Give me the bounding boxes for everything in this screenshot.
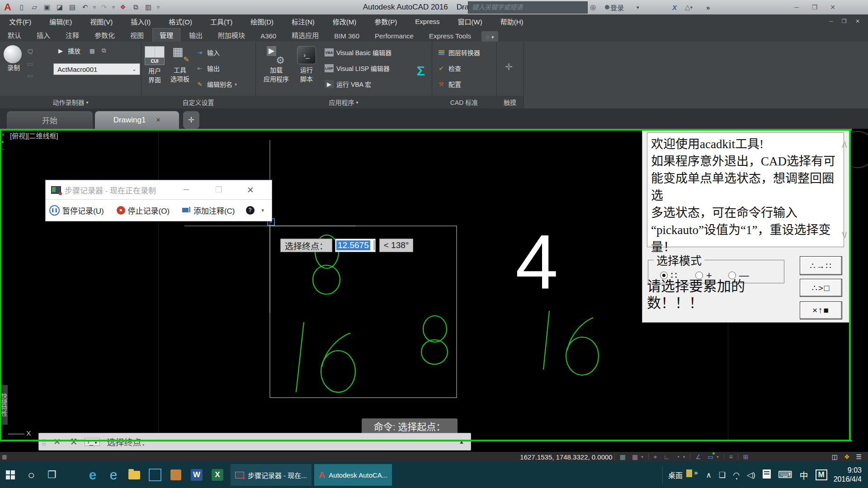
qat-overflow-icon[interactable]: » [706,0,710,14]
customization-menu-icon[interactable]: ☰ [856,453,862,460]
macro-name-select[interactable]: ActMacro001 ⌄ [53,63,140,75]
object-snap-angle-icon[interactable]: ∠ [695,453,701,460]
cmdbar-grip[interactable]: ⣿ [42,438,46,446]
ribbon-tab-featured[interactable]: 精选应用 [285,28,326,42]
record-circle-icon[interactable] [4,45,22,63]
ribbon-tab-express[interactable]: Express Tools [422,30,478,42]
ribbon-tab-manage[interactable]: 管理 [152,28,180,42]
polar-tracking-icon[interactable]: ◔ [676,453,679,460]
qat-open-icon[interactable]: ▱ [28,2,40,13]
menu-window[interactable]: 窗口(W) [449,14,491,28]
qat-more-icon[interactable]: ▾ [155,2,161,13]
panel-applications[interactable]: 应用程序 ▾ [255,96,432,108]
app-icon-orange[interactable] [165,465,186,485]
vb-editor-button[interactable]: VBA Visual Basic 编辑器 [325,48,392,57]
ie-icon[interactable]: e [103,465,124,485]
pause-record-button[interactable]: 暂停记录(U) [62,205,104,216]
qat-saveas-icon[interactable]: ◪ [54,2,66,13]
layer-translator-button[interactable]: 图层转换器 [437,48,480,57]
insert-user-icon[interactable]: ▭ [27,58,33,70]
doc-minimize-icon[interactable]: ─ [829,18,833,24]
stop-record-button[interactable]: 停止记录(O) [128,205,170,216]
menu-edit[interactable]: 编辑(E) [40,14,81,28]
desktop-toolbar[interactable]: 桌面 [668,469,683,480]
toolbar-expand-icon[interactable]: » [694,469,698,476]
add-comment-button[interactable]: 添加注释(C) [193,205,235,216]
ribbon-tab-addins[interactable]: 附加模块 [211,28,252,42]
task-view-button[interactable]: ❐ [42,465,62,485]
command-line-bar[interactable]: ⣿ ✕ ⚒ ›_ ▾ 选择终点： ▲ [38,433,471,450]
snap-mode-icon[interactable]: ▦ [620,453,626,460]
grid-dropdown-icon[interactable]: ▾ [641,455,643,459]
hidden-icons-button[interactable]: ∧ [706,470,711,480]
cmdbar-prompt-icon[interactable]: ›_ ▾ [85,438,99,446]
sum-collect-button[interactable]: ∴→∷ [800,256,842,275]
panel-action-recorder[interactable]: 动作录制器 ▾ [0,96,141,108]
ribbon-tab-annotate[interactable]: 注释 [59,28,86,42]
check-standards-button[interactable]: ✔ 检查 [437,64,461,73]
macro-manage-icon[interactable]: ▩ [88,47,97,55]
configure-standards-button[interactable]: ⚒ 配置 [437,80,461,89]
record-button[interactable]: 录制 [4,45,24,72]
recorder-title-bar[interactable]: 步骤记录器 - 现在正在录制 ─ ❐ ✕ [46,180,272,200]
menu-help[interactable]: 帮助(H) [491,14,533,28]
qat-undo-icon[interactable]: ↶ [79,2,91,13]
import-customization-button[interactable]: ⇥ 输入 [195,48,220,57]
minimize-button[interactable]: ─ [788,4,806,11]
qat-print-icon[interactable]: ▤ [66,2,78,13]
load-application-button[interactable]: ▶ ⚙ 加载应用程序 [261,46,291,84]
taskbar-autocad-button[interactable]: A Autodesk AutoCA... [314,464,392,486]
panel-touch[interactable]: 触摸 [496,96,524,108]
quick-calc-icon[interactable]: ⊞ [743,453,749,460]
ribbon-tab-performance[interactable]: Performance [368,30,420,42]
polar-dropdown-icon[interactable]: ▾ [683,455,685,459]
insert-message-icon[interactable]: 🗨 [27,46,33,58]
restore-button[interactable]: ❐ [806,4,824,11]
ribbon-tab-parametric[interactable]: 参数化 [88,28,122,42]
exchange-icon[interactable]: X [672,0,677,14]
ribbon-tab-view[interactable]: 视图 [123,28,151,42]
qat-save-icon[interactable]: ▣ [41,2,53,13]
signin-dropdown-icon[interactable]: ▾ [637,5,639,10]
touch-pan-icon[interactable]: ✛ [505,61,513,72]
qat-new-icon[interactable]: ▯ [16,2,28,13]
qat-workspace-icon[interactable]: ❖ [117,2,129,13]
dynamic-input-icon[interactable]: ▭ [708,453,713,460]
taskbar-steps-recorder-button[interactable]: 步骤记录器 - 现在... [231,464,311,486]
dyn-input-value-field[interactable]: 12.5675 [335,239,376,252]
signin-person-icon[interactable]: 登录 ▾ [605,0,639,14]
file-explorer-icon[interactable] [124,465,145,485]
new-drawing-tab-button[interactable]: ✛ [183,111,199,129]
scroll-up-icon[interactable]: ∧ [840,138,849,150]
help-search-input[interactable]: 键入关键字或短语 [468,1,588,14]
menu-dimension[interactable]: 标注(N) [283,14,324,28]
snap-to-point-icon[interactable]: ⌖ [654,453,657,461]
scroll-down-icon[interactable]: ∨ [840,228,849,241]
search-expand-icon[interactable]: ▸ [461,4,464,10]
qat-redo-icon[interactable]: ↷ [98,2,110,13]
steps-recorder-window[interactable]: 步骤记录器 - 现在正在录制 ─ ❐ ✕ ❚❚ 暂停记录(U) ■ 停止记录(O… [45,180,272,221]
volume-icon[interactable]: ◁) [747,470,755,480]
sum-message-area[interactable]: 欢迎使用acadkit工具! 如果程序意外退出，CAD选择有可 能变成单点单选状… [647,132,844,247]
autocad-logo-icon[interactable]: A [0,1,15,14]
undo-dropdown-icon[interactable]: ▾ [92,2,97,13]
menu-parametric[interactable]: 参数(P) [365,14,406,28]
ribbon-tab-insert[interactable]: 插入 [30,28,57,42]
help-icon[interactable]: ? [246,206,255,215]
doc-close-icon[interactable]: ✕ [855,18,860,24]
recorder-minimize-button[interactable]: ─ [184,185,189,194]
file-tab-start[interactable]: 开始 [7,111,93,129]
run-script-button[interactable]: ›_ 运行脚本 [295,46,318,84]
performance-monitor-icon[interactable]: ◫ [832,453,838,460]
qat-copy-icon[interactable]: ⧉ [130,2,142,13]
ribbon-tab-a360[interactable]: A360 [254,30,283,42]
hardware-accel-icon[interactable]: ❖ [844,453,850,460]
edge-icon[interactable]: e [82,465,103,485]
ribbon-tab-output[interactable]: 输出 [182,28,209,42]
redo-dropdown-icon[interactable]: ▾ [111,2,116,13]
grid-display-icon[interactable]: ▦ [632,453,638,460]
tool-palettes-button[interactable]: ▦ ✎ 工具选项板 [168,46,192,84]
ribbon-tab-home[interactable]: 默认 [1,28,28,42]
sum-finish-button[interactable]: ×↑■ [800,301,842,319]
statusbar-left-icon[interactable]: ▦ [2,454,7,460]
